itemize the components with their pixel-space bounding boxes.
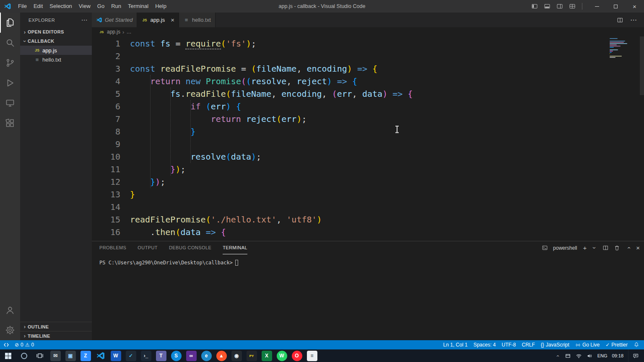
more-actions-icon[interactable]: ⋯ — [630, 16, 637, 24]
split-terminal-icon[interactable] — [602, 245, 609, 251]
taskbar-todo-app[interactable]: ✓ — [123, 349, 138, 362]
tab-app-js[interactable]: JSapp.js× — [137, 13, 179, 27]
code-line-5[interactable]: 5 fs.readFile(fileName, encoding, (err, … — [92, 88, 644, 100]
terminal-dropdown-icon[interactable]: › — [592, 245, 598, 251]
clock[interactable]: 09:18 — [612, 353, 623, 358]
code-line-7[interactable]: 7 return reject(err); — [92, 113, 644, 125]
panel-tab-terminal[interactable]: TERMINAL — [223, 241, 247, 254]
code-line-6[interactable]: 6 if (err) { — [92, 100, 644, 113]
status-encoding[interactable]: UTF-8 — [499, 340, 519, 349]
toggle-secondary-sidebar-button[interactable] — [554, 1, 565, 12]
activity-extensions[interactable] — [0, 113, 20, 133]
status-prettier[interactable]: ✓Prettier — [602, 340, 631, 349]
remote-indicator[interactable] — [0, 340, 12, 349]
taskbar-vscode-app[interactable] — [93, 349, 108, 362]
activity-remote-explorer[interactable] — [0, 93, 20, 113]
close-tab-icon[interactable]: × — [171, 17, 174, 23]
menu-help[interactable]: Help — [152, 0, 170, 13]
problems-status[interactable]: ⊘ 0 ⚠ 0 — [12, 340, 37, 349]
taskbar-zoom-app[interactable]: Z — [78, 349, 93, 362]
taskbar-teams-app[interactable]: T — [153, 349, 169, 362]
start-button[interactable] — [0, 349, 16, 362]
new-terminal-icon[interactable]: + — [583, 245, 587, 251]
close-panel-icon[interactable]: × — [636, 245, 640, 251]
volume-icon[interactable] — [587, 353, 593, 359]
code-line-13[interactable]: 13} — [92, 188, 644, 201]
code-line-12[interactable]: 12 }); — [92, 176, 644, 188]
status-language-mode[interactable]: {}JavaScript — [538, 340, 572, 349]
customize-layout-button[interactable] — [567, 1, 578, 12]
menu-view[interactable]: View — [75, 0, 94, 13]
shell-name[interactable]: powershell — [553, 245, 577, 251]
code-line-1[interactable]: 1const fs = require('fs'); — [92, 37, 644, 50]
taskbar-pycharm-app[interactable]: PY — [244, 349, 259, 362]
taskbar-notepad-app[interactable]: ≡ — [304, 349, 319, 362]
menu-edit[interactable]: Edit — [30, 0, 46, 13]
menu-run[interactable]: Run — [108, 0, 125, 13]
taskbar-excel-app[interactable]: X — [259, 349, 274, 362]
maximize-panel-icon[interactable]: › — [625, 245, 631, 251]
code-editor[interactable]: 1const fs = require('fs');23const readFi… — [92, 36, 644, 241]
tab-get-started[interactable]: Get Started — [92, 13, 137, 27]
taskbar-terminal-app[interactable]: ›_ — [138, 349, 153, 362]
activity-explorer[interactable] — [0, 13, 20, 33]
panel-tab-output[interactable]: OUTPUT — [138, 241, 158, 254]
code-line-8[interactable]: 8 } — [92, 125, 644, 138]
tab-hello-txt[interactable]: ≡hello.txt — [179, 13, 216, 27]
status-indentation[interactable]: Spaces: 4 — [470, 340, 499, 349]
code-line-10[interactable]: 10 resolve(data); — [92, 150, 644, 163]
taskbar-github-app[interactable]: ◉ — [229, 349, 244, 362]
status-cursor-position[interactable]: Ln 1, Col 1 — [440, 340, 470, 349]
close-window-button[interactable]: × — [625, 0, 644, 13]
status-eol[interactable]: CRLF — [519, 340, 538, 349]
code-line-16[interactable]: 16 .then(data => { — [92, 226, 644, 238]
breadcrumb[interactable]: JS app.js › … — [92, 27, 644, 36]
terminal-content[interactable]: PS C:\Users\ag290\OneDrive\Desktop\callb… — [92, 254, 644, 340]
menu-file[interactable]: File — [15, 0, 30, 13]
cortana-search-button[interactable] — [16, 349, 32, 362]
task-view-button[interactable] — [32, 349, 48, 362]
file-hello.txt[interactable]: ≡hello.txt — [20, 55, 92, 64]
action-center-button[interactable] — [628, 349, 643, 362]
panel-tab-debug-console[interactable]: DEBUG CONSOLE — [169, 241, 211, 254]
split-editor-icon[interactable] — [617, 17, 623, 23]
language-indicator[interactable]: ENG — [597, 353, 608, 358]
taskbar-mail-app[interactable]: ✉ — [48, 349, 63, 362]
code-line-3[interactable]: 3const readFilePromise = (fileName, enco… — [92, 62, 644, 75]
code-line-15[interactable]: 15readFilePromise('./hello.txt', 'utf8') — [92, 213, 644, 226]
toggle-panel-button[interactable] — [542, 1, 553, 12]
hidden-icons-chevron[interactable]: › — [554, 353, 560, 359]
taskbar-opera-app[interactable]: O — [289, 349, 304, 362]
activity-accounts[interactable] — [0, 300, 20, 320]
code-line-2[interactable]: 2 — [92, 50, 644, 62]
taskbar-visual-studio-app[interactable]: ∞ — [184, 349, 199, 362]
code-line-4[interactable]: 4 return new Promise((resolve, reject) =… — [92, 75, 644, 88]
code-line-9[interactable]: 9 — [92, 138, 644, 150]
taskbar-edge-app[interactable]: e — [199, 349, 214, 362]
taskbar-skype-app[interactable]: S — [169, 349, 184, 362]
breadcrumb-file[interactable]: app.js — [107, 29, 120, 35]
activity-run-debug[interactable] — [0, 73, 20, 93]
sidebar-more-actions-icon[interactable]: ⋯ — [81, 16, 88, 24]
taskbar-photos-app[interactable]: ▣ — [63, 349, 78, 362]
notifications-bell[interactable] — [631, 340, 642, 349]
file-app.js[interactable]: JSapp.js — [20, 46, 92, 55]
status-go-live[interactable]: Go Live — [572, 340, 602, 349]
editor-scrollbar[interactable] — [640, 36, 644, 95]
folder-callback[interactable]: › CALLBACK — [20, 36, 92, 46]
network-icon[interactable] — [576, 353, 582, 359]
tray-app-icon[interactable] — [565, 353, 571, 359]
code-line-11[interactable]: 11 }); — [92, 163, 644, 176]
toggle-sidebar-button[interactable] — [529, 1, 540, 12]
menu-selection[interactable]: Selection — [46, 0, 75, 13]
open-editors-section[interactable]: › OPEN EDITORS — [20, 27, 92, 36]
code-line-14[interactable]: 14 — [92, 201, 644, 213]
minimize-button[interactable] — [587, 0, 606, 13]
maximize-button[interactable] — [606, 0, 625, 13]
kill-terminal-icon[interactable] — [614, 245, 620, 251]
menu-terminal[interactable]: Terminal — [125, 0, 152, 13]
activity-source-control[interactable] — [0, 53, 20, 73]
taskbar-whatsapp-app[interactable]: W — [274, 349, 289, 362]
activity-settings[interactable] — [0, 320, 20, 340]
timeline-section[interactable]: › TIMELINE — [20, 331, 92, 340]
